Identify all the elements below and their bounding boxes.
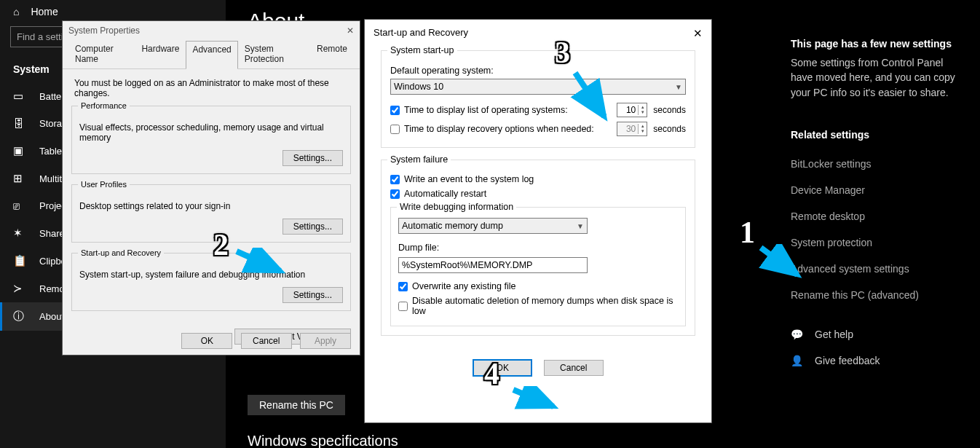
startup-legend: Start-up and Recovery	[78, 248, 164, 257]
debug-select-value: Automatic memory dump	[402, 221, 503, 231]
perf-desc: Visual effects, processor scheduling, me…	[79, 122, 343, 150]
dlg2-ok-button[interactable]: OK	[473, 359, 532, 377]
project-icon: ⎚	[13, 200, 28, 212]
multitask-icon: ⊞	[13, 172, 28, 185]
startup-legend: System start-up	[387, 45, 457, 55]
remote-icon: ≻	[13, 282, 28, 295]
auto-restart-label: Automatically restart	[404, 189, 486, 199]
chevron-down-icon: ▼	[577, 222, 584, 230]
system-failure-group: System failure Write an event to the sys…	[381, 160, 695, 336]
feedback-label: Give feedback	[815, 355, 880, 366]
user-profiles-group: User Profiles Desktop settings related t…	[71, 184, 351, 243]
dlg1-tabs: Computer Name Hardware Advanced System P…	[63, 40, 360, 69]
info-icon: ⓘ	[13, 310, 28, 323]
dlg2-title: Start-up and Recovery	[374, 27, 468, 40]
link-rename-pc-adv[interactable]: Rename this PC (advanced)	[791, 282, 965, 308]
write-event-checkbox[interactable]	[390, 175, 400, 184]
spinner-arrows[interactable]: ▲▼	[638, 124, 647, 134]
tab-hardware[interactable]: Hardware	[135, 40, 186, 68]
startup-desc: System start-up, system failure and debu…	[79, 270, 343, 287]
time-list-checkbox[interactable]	[390, 106, 400, 115]
startup-recovery-group: Start-up and Recovery System start-up, s…	[71, 253, 351, 311]
prof-legend: User Profiles	[78, 180, 130, 189]
tab-advanced[interactable]: Advanced	[186, 41, 237, 69]
tab-computer-name[interactable]: Computer Name	[68, 40, 135, 68]
system-properties-dialog: System Properties ✕ Computer Name Hardwa…	[62, 20, 360, 355]
help-label: Get help	[815, 329, 853, 340]
seconds-label: seconds	[653, 105, 686, 115]
auto-restart-checkbox[interactable]	[390, 189, 400, 199]
link-advanced-system[interactable]: Advanced system settings	[791, 256, 965, 282]
default-os-label: Default operating system:	[390, 63, 686, 79]
disable-del-checkbox[interactable]	[398, 302, 408, 311]
disable-del-label: Disable automatic deletion of memory dum…	[412, 296, 678, 316]
seconds-label: seconds	[653, 124, 686, 134]
annotation-1: 1	[740, 215, 755, 250]
perf-legend: Performance	[78, 101, 130, 110]
perf-settings-button[interactable]: Settings...	[282, 150, 343, 166]
debug-info-group: Write debugging information Automatic me…	[390, 207, 686, 326]
battery-icon: ▭	[13, 90, 28, 103]
dump-file-label: Dump file:	[398, 240, 678, 256]
link-remote-desktop[interactable]: Remote desktop	[791, 203, 965, 229]
feedback-icon: 👤	[791, 355, 803, 366]
dlg1-ok-button[interactable]: OK	[181, 333, 232, 349]
give-feedback-link[interactable]: 👤Give feedback	[791, 347, 965, 374]
write-event-label: Write an event to the system log	[404, 174, 534, 184]
startup-recovery-dialog: Start-up and Recovery ✕ System start-up …	[364, 19, 712, 423]
time-rec-checkbox[interactable]	[390, 125, 400, 134]
startup-settings-button[interactable]: Settings...	[282, 287, 343, 303]
dlg1-apply-button[interactable]: Apply	[300, 333, 351, 349]
performance-group: Performance Visual effects, processor sc…	[71, 106, 351, 174]
home-label: Home	[31, 6, 58, 17]
close-icon[interactable]: ✕	[347, 25, 354, 36]
overwrite-label: Overwrite any existing file	[412, 281, 515, 291]
right-panel: This page has a few new settings Some se…	[791, 38, 965, 374]
spinner-arrows[interactable]: ▲▼	[638, 105, 647, 115]
time-list-label: Time to display list of operating system…	[404, 105, 611, 115]
system-startup-group: System start-up Default operating system…	[381, 50, 695, 148]
overwrite-checkbox[interactable]	[398, 282, 408, 291]
tablet-icon: ▣	[13, 144, 28, 157]
debug-select[interactable]: Automatic memory dump ▼	[398, 218, 588, 234]
dlg1-title: System Properties	[68, 25, 140, 36]
tab-remote[interactable]: Remote	[310, 40, 354, 68]
prof-desc: Desktop settings related to your sign-in	[79, 201, 343, 219]
time-rec-input[interactable]	[617, 122, 638, 135]
dump-file-input[interactable]: %SystemRoot%\MEMORY.DMP	[398, 257, 588, 273]
new-settings-hdr: This page has a few new settings	[791, 38, 965, 50]
time-list-spinner[interactable]: ▲▼	[617, 103, 647, 117]
win-spec-heading: Windows specifications	[248, 433, 402, 448]
time-list-input[interactable]	[617, 103, 638, 117]
dlg1-cancel-button[interactable]: Cancel	[241, 333, 292, 349]
time-rec-label: Time to display recovery options when ne…	[404, 124, 611, 134]
link-bitlocker[interactable]: BitLocker settings	[791, 151, 965, 177]
link-system-protection[interactable]: System protection	[791, 229, 965, 256]
debug-legend: Write debugging information	[397, 202, 516, 212]
close-icon[interactable]: ✕	[693, 27, 703, 40]
default-os-value: Windows 10	[394, 82, 443, 92]
shared-icon: ✶	[13, 227, 28, 240]
sidebar-label: About	[39, 311, 64, 322]
clipboard-icon: 📋	[13, 254, 28, 267]
default-os-select[interactable]: Windows 10 ▼	[390, 79, 686, 95]
home-icon: ⌂	[13, 6, 19, 17]
new-settings-desc: Some settings from Control Panel have mo…	[791, 55, 965, 100]
prof-settings-button[interactable]: Settings...	[282, 219, 343, 235]
get-help-link[interactable]: 💬Get help	[791, 321, 965, 347]
storage-icon: 🗄	[13, 117, 28, 130]
sidebar-label: Tablet	[39, 146, 65, 157]
failure-legend: System failure	[387, 154, 451, 165]
related-settings-hdr: Related settings	[791, 129, 965, 141]
link-device-manager[interactable]: Device Manager	[791, 177, 965, 203]
tab-system-protection[interactable]: System Protection	[238, 40, 310, 68]
time-rec-spinner[interactable]: ▲▼	[617, 122, 647, 136]
dlg2-cancel-button[interactable]: Cancel	[544, 360, 604, 376]
help-icon: 💬	[791, 329, 803, 340]
rename-pc-button[interactable]: Rename this PC	[248, 395, 345, 415]
chevron-down-icon: ▼	[675, 83, 682, 91]
